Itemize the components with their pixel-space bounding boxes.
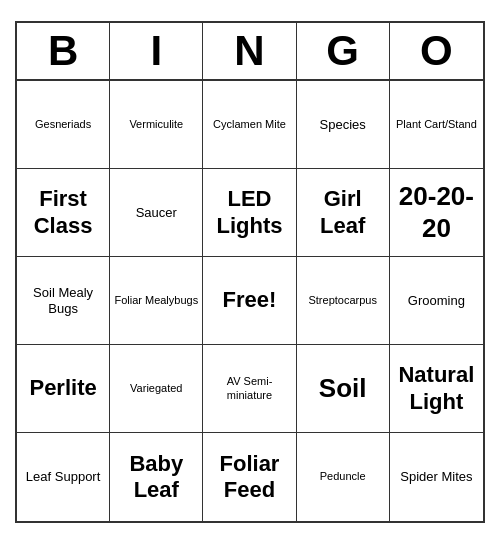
bingo-cell: Foliar Mealybugs [110, 257, 203, 345]
bingo-cell: Vermiculite [110, 81, 203, 169]
bingo-cell: Soil Mealy Bugs [17, 257, 110, 345]
cell-text: Spider Mites [400, 469, 472, 485]
cell-text: Baby Leaf [114, 451, 198, 504]
cell-text: First Class [21, 186, 105, 239]
cell-text: Foliar Mealybugs [114, 294, 198, 307]
bingo-cell: Spider Mites [390, 433, 483, 521]
cell-text: Plant Cart/Stand [396, 118, 477, 131]
bingo-cell: Leaf Support [17, 433, 110, 521]
cell-text: Girl Leaf [301, 186, 385, 239]
bingo-cell: Peduncle [297, 433, 390, 521]
cell-text: LED Lights [207, 186, 291, 239]
bingo-header: BINGO [17, 23, 483, 81]
cell-text: Natural Light [394, 362, 479, 415]
bingo-cell: Foliar Feed [203, 433, 296, 521]
bingo-cell: Baby Leaf [110, 433, 203, 521]
cell-text: Perlite [29, 375, 96, 401]
bingo-cell: Variegated [110, 345, 203, 433]
bingo-cell: Grooming [390, 257, 483, 345]
cell-text: Cyclamen Mite [213, 118, 286, 131]
bingo-grid: GesneriadsVermiculiteCyclamen MiteSpecie… [17, 81, 483, 521]
bingo-letter: G [297, 23, 390, 79]
cell-text: Leaf Support [26, 469, 100, 485]
cell-text: Grooming [408, 293, 465, 309]
cell-text: AV Semi-miniature [207, 375, 291, 401]
bingo-cell: Girl Leaf [297, 169, 390, 257]
bingo-card: BINGO GesneriadsVermiculiteCyclamen Mite… [15, 21, 485, 523]
bingo-cell: Species [297, 81, 390, 169]
bingo-cell: AV Semi-miniature [203, 345, 296, 433]
bingo-cell: Streptocarpus [297, 257, 390, 345]
bingo-cell: 20-20-20 [390, 169, 483, 257]
bingo-letter: O [390, 23, 483, 79]
cell-text: Vermiculite [129, 118, 183, 131]
bingo-cell: Plant Cart/Stand [390, 81, 483, 169]
cell-text: Soil [319, 373, 367, 404]
cell-text: Soil Mealy Bugs [21, 285, 105, 316]
bingo-letter: I [110, 23, 203, 79]
cell-text: Foliar Feed [207, 451, 291, 504]
bingo-cell: Perlite [17, 345, 110, 433]
bingo-cell: LED Lights [203, 169, 296, 257]
bingo-cell: Gesneriads [17, 81, 110, 169]
bingo-letter: N [203, 23, 296, 79]
bingo-cell: Free! [203, 257, 296, 345]
bingo-cell: First Class [17, 169, 110, 257]
bingo-cell: Cyclamen Mite [203, 81, 296, 169]
bingo-cell: Soil [297, 345, 390, 433]
bingo-cell: Saucer [110, 169, 203, 257]
cell-text: Species [320, 117, 366, 133]
cell-text: Gesneriads [35, 118, 91, 131]
cell-text: Free! [223, 287, 277, 313]
cell-text: Streptocarpus [308, 294, 376, 307]
bingo-letter: B [17, 23, 110, 79]
cell-text: 20-20-20 [394, 181, 479, 243]
cell-text: Saucer [136, 205, 177, 221]
cell-text: Peduncle [320, 470, 366, 483]
cell-text: Variegated [130, 382, 182, 395]
bingo-cell: Natural Light [390, 345, 483, 433]
